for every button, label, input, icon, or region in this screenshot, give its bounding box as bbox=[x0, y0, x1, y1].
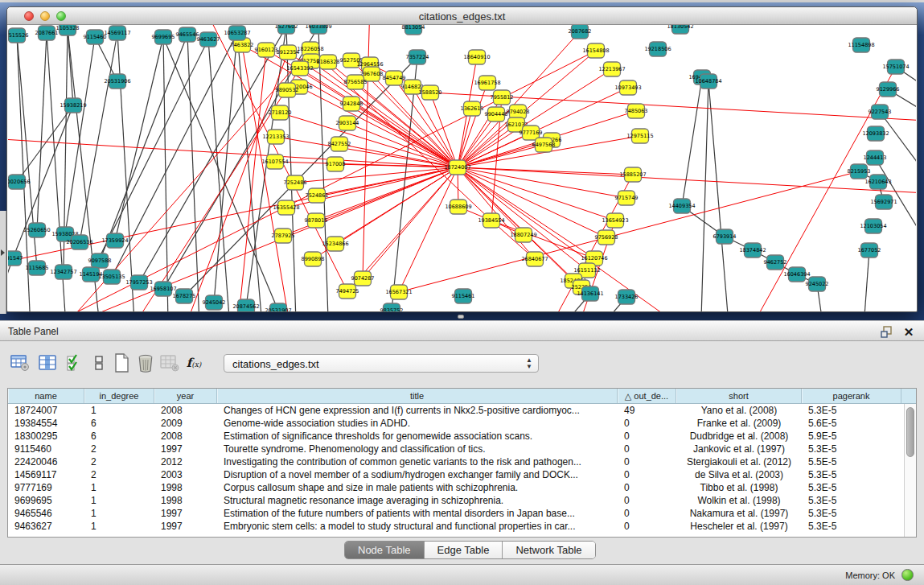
graph-node[interactable]: 6497568 bbox=[532, 138, 556, 152]
graph-node[interactable]: 12342757 bbox=[50, 265, 76, 279]
graph-node[interactable]: 9835752 bbox=[380, 303, 404, 311]
table-cell[interactable]: 18300295 bbox=[8, 430, 84, 443]
graph-node[interactable]: 1244413 bbox=[864, 150, 887, 165]
table-cell[interactable]: 5.3E-5 bbox=[802, 468, 901, 481]
table-cell[interactable]: Changes of HCN gene expression and I(f) … bbox=[217, 404, 618, 417]
table-cell[interactable]: 9115460 bbox=[8, 443, 84, 455]
column-header-year[interactable]: year bbox=[154, 389, 217, 403]
table-cell[interactable]: 1 bbox=[84, 494, 154, 507]
table-cell[interactable]: 1997 bbox=[154, 520, 217, 533]
graph-node[interactable]: 8215953 bbox=[848, 164, 871, 179]
table-cell[interactable]: 2008 bbox=[154, 430, 217, 443]
row-format-icon[interactable] bbox=[88, 352, 109, 373]
table-cell[interactable]: 5.5E-5 bbox=[802, 455, 901, 468]
citation-network-graph[interactable]: 1872400774638229160123891235418226058912… bbox=[8, 25, 916, 311]
table-cell[interactable]: 5.9E-5 bbox=[802, 430, 901, 443]
graph-node[interactable]: 16961758 bbox=[474, 76, 500, 90]
graph-node[interactable]: 11154898 bbox=[848, 38, 874, 52]
table-cell[interactable]: 1 bbox=[84, 507, 154, 520]
graph-node[interactable]: 9462752 bbox=[764, 255, 787, 270]
table-row[interactable]: 969969511998Structural magnetic resonanc… bbox=[8, 494, 916, 507]
graph-node[interactable]: 2087661 bbox=[35, 26, 59, 40]
table-cell[interactable]: Nakamura et al. (1997) bbox=[676, 507, 802, 520]
graph-node[interactable]: 14569117 bbox=[104, 26, 130, 40]
table-cell[interactable]: Jankovic et al. (1997) bbox=[676, 443, 802, 455]
graph-node[interactable]: 1677052 bbox=[858, 243, 881, 257]
graph-node[interactable]: 8990898 bbox=[302, 252, 325, 266]
graph-node[interactable]: 7357224 bbox=[406, 50, 429, 64]
graph-node[interactable]: 12093832 bbox=[862, 126, 889, 141]
table-cell[interactable]: 6 bbox=[84, 417, 154, 430]
table-cell[interactable]: 0 bbox=[618, 481, 676, 494]
column-visibility-icon[interactable] bbox=[37, 352, 58, 373]
graph-node[interactable]: 9465546 bbox=[176, 27, 199, 42]
graph-node[interactable]: 20874562 bbox=[232, 299, 259, 311]
table-cell[interactable]: 6 bbox=[84, 430, 154, 443]
graph-node[interactable]: 9904448 bbox=[485, 107, 508, 122]
graph-node[interactable]: 16567321 bbox=[385, 285, 412, 299]
graph-node[interactable]: 1105328 bbox=[56, 25, 80, 35]
graph-node[interactable]: 8756585 bbox=[344, 75, 368, 89]
graph-node[interactable]: 19218506 bbox=[644, 42, 671, 56]
expand-panel-arrow-icon[interactable] bbox=[1, 249, 5, 256]
delete-table-icon[interactable] bbox=[135, 352, 156, 373]
graph-node[interactable]: 1588520 bbox=[419, 85, 442, 100]
table-cell[interactable]: 2 bbox=[84, 443, 154, 455]
table-cell[interactable]: 18724007 bbox=[8, 404, 84, 417]
graph-node[interactable]: 2718120 bbox=[269, 105, 292, 120]
graph-node[interactable]: 8813054 bbox=[402, 25, 425, 35]
column-header-pagerank[interactable]: pagerank bbox=[802, 389, 901, 403]
table-cell[interactable]: 5.3E-5 bbox=[802, 494, 901, 507]
graph-node[interactable]: 7524861 bbox=[306, 188, 329, 203]
column-header-out_de[interactable]: △ out_de... bbox=[618, 389, 676, 403]
table-cell[interactable]: Estimation of the future numbers of pati… bbox=[217, 507, 618, 520]
column-header-short[interactable]: short bbox=[676, 389, 802, 403]
table-cell[interactable]: Tourette syndrome. Phenomenology and cla… bbox=[217, 443, 618, 455]
graph-node[interactable]: 9097588 bbox=[88, 253, 112, 268]
table-selector-dropdown[interactable]: citations_edges.txt ▲▼ bbox=[224, 354, 539, 373]
table-cell[interactable]: Disruption of a novel member of a sodium… bbox=[217, 468, 618, 481]
graph-node[interactable]: 10973493 bbox=[614, 80, 641, 95]
graph-node[interactable]: 12213353 bbox=[262, 130, 289, 144]
graph-node[interactable]: 20020656 bbox=[8, 175, 31, 189]
graph-node[interactable]: 1733426 bbox=[615, 290, 639, 304]
graph-node[interactable]: 2787925 bbox=[272, 229, 295, 243]
table-row[interactable]: 977716911998Corpus callosum shape and si… bbox=[8, 481, 916, 494]
graph-node[interactable]: 12213967 bbox=[598, 62, 625, 76]
graph-node[interactable]: 9115460 bbox=[84, 30, 107, 44]
graph-node[interactable]: 15751074 bbox=[882, 60, 909, 74]
table-cell[interactable]: 2008 bbox=[154, 404, 217, 417]
graph-node[interactable]: 18130542 bbox=[667, 25, 693, 34]
graph-node[interactable]: 8454749 bbox=[383, 71, 406, 85]
graph-node[interactable]: 2903144 bbox=[336, 116, 359, 130]
table-row[interactable]: 2242004622012Investigating the contribut… bbox=[8, 455, 916, 468]
table-cell[interactable]: 1 bbox=[84, 404, 154, 417]
graph-node[interactable]: 7955812 bbox=[491, 90, 514, 105]
table-cell[interactable]: 19384554 bbox=[8, 417, 84, 430]
table-cell[interactable]: Estimation of significance thresholds fo… bbox=[217, 430, 618, 443]
graph-node[interactable]: 9242848 bbox=[340, 97, 363, 111]
window-titlebar[interactable]: citations_edges.txt bbox=[7, 7, 917, 25]
column-header-title[interactable]: title bbox=[217, 389, 618, 403]
graph-node[interactable]: 9245022 bbox=[806, 277, 829, 291]
table-cell[interactable]: Franke et al. (2009) bbox=[676, 417, 802, 430]
graph-node[interactable]: 917008 bbox=[326, 157, 346, 171]
graph-node[interactable]: 13654923 bbox=[602, 213, 628, 228]
table-cell[interactable]: 49 bbox=[618, 404, 676, 417]
table-cell[interactable]: 9777169 bbox=[8, 481, 84, 494]
graph-node[interactable]: 7485063 bbox=[625, 104, 648, 118]
collapsed-panel-strip[interactable] bbox=[0, 211, 6, 314]
graph-node[interactable]: 7515526 bbox=[8, 28, 28, 43]
table-cell[interactable]: Wolkin et al. (1998) bbox=[676, 494, 802, 507]
table-cell[interactable]: 9465546 bbox=[8, 507, 84, 520]
graph-node[interactable]: 25260650 bbox=[23, 223, 50, 237]
graph-node[interactable]: 9227543 bbox=[869, 105, 892, 119]
graph-node[interactable]: 17957253 bbox=[125, 275, 152, 290]
graph-node[interactable]: 1115685 bbox=[26, 261, 49, 275]
graph-node[interactable]: 1527602 bbox=[275, 25, 298, 34]
table-cell[interactable]: Dudbridge et al. (2008) bbox=[676, 430, 802, 443]
graph-node[interactable]: 2087682 bbox=[569, 25, 592, 39]
table-scrollbar[interactable] bbox=[904, 404, 916, 537]
graph-node[interactable]: 7252486 bbox=[284, 175, 307, 190]
graph-node[interactable]: 8427552 bbox=[328, 137, 351, 151]
